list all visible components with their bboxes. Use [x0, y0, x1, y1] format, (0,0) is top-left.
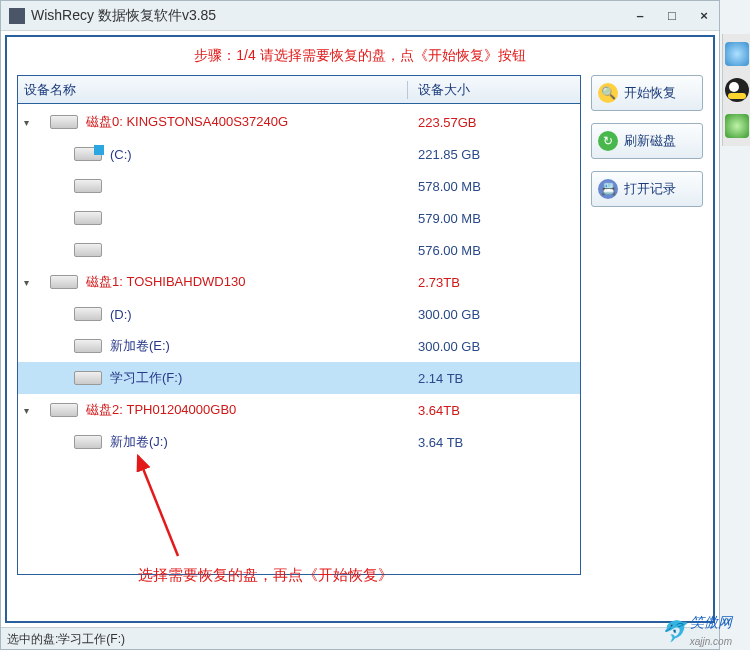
- close-button[interactable]: ×: [697, 9, 711, 23]
- device-tree: ▾ 磁盘0: KINGSTONSA400S37240G 223.57GB (C:…: [18, 104, 580, 460]
- svg-line-0: [138, 456, 178, 556]
- refresh-disks-button[interactable]: ↻ 刷新磁盘: [591, 123, 703, 159]
- app-window: WishRecy 数据恢复软件v3.85 – □ × 步骤：1/4 请选择需要恢…: [0, 0, 720, 650]
- app-icon: [9, 8, 25, 24]
- partition-size: 221.85 GB: [408, 147, 580, 162]
- shark-icon: 🐬: [661, 619, 686, 643]
- action-sidebar: 🔍 开始恢复 ↻ 刷新磁盘 📇 打开记录: [591, 75, 703, 575]
- partition-label: (D:): [110, 307, 132, 322]
- partition-row[interactable]: 新加卷(J:) 3.64 TB: [18, 426, 580, 458]
- start-recovery-button[interactable]: 🔍 开始恢复: [591, 75, 703, 111]
- button-label: 开始恢复: [624, 84, 676, 102]
- partition-icon: [74, 243, 102, 257]
- maximize-button[interactable]: □: [665, 9, 679, 23]
- partition-icon: [74, 435, 102, 449]
- content-row: 设备名称 设备大小 ▾ 磁盘0: KINGSTONSA400S37240G 22…: [7, 75, 713, 575]
- partition-row-selected[interactable]: 学习工作(F:) 2.14 TB: [18, 362, 580, 394]
- disk-icon: [50, 403, 78, 417]
- log-icon: 📇: [598, 179, 618, 199]
- partition-icon: [74, 147, 102, 161]
- partition-size: 3.64 TB: [408, 435, 580, 450]
- partition-label: 新加卷(J:): [110, 433, 168, 451]
- partition-label: 学习工作(F:): [110, 369, 182, 387]
- right-dock: [722, 34, 750, 146]
- partition-size: 300.00 GB: [408, 307, 580, 322]
- watermark-domain: xajjn.com: [690, 636, 732, 647]
- partition-row[interactable]: 576.00 MB: [18, 234, 580, 266]
- disk-row[interactable]: ▾ 磁盘0: KINGSTONSA400S37240G 223.57GB: [18, 106, 580, 138]
- partition-icon: [74, 307, 102, 321]
- step-banner: 步骤：1/4 请选择需要恢复的盘，点《开始恢复》按钮: [7, 37, 713, 75]
- window-title: WishRecy 数据恢复软件v3.85: [31, 7, 633, 25]
- disk-label: 磁盘1: TOSHIBAHDWD130: [86, 273, 245, 291]
- disk-size: 2.73TB: [408, 275, 580, 290]
- partition-row[interactable]: 578.00 MB: [18, 170, 580, 202]
- disk-row[interactable]: ▾ 磁盘1: TOSHIBAHDWD130 2.73TB: [18, 266, 580, 298]
- disk-icon: [50, 115, 78, 129]
- partition-icon: [74, 339, 102, 353]
- annotation-arrow-icon: [128, 446, 228, 566]
- disk-size: 3.64TB: [408, 403, 580, 418]
- partition-size: 300.00 GB: [408, 339, 580, 354]
- chevron-down-icon[interactable]: ▾: [18, 405, 34, 416]
- partition-size: 2.14 TB: [408, 371, 580, 386]
- window-controls: – □ ×: [633, 9, 711, 23]
- partition-size: 579.00 MB: [408, 211, 580, 226]
- chevron-down-icon[interactable]: ▾: [18, 277, 34, 288]
- status-selected-disk: 选中的盘:学习工作(F:): [7, 631, 125, 646]
- main-area: 步骤：1/4 请选择需要恢复的盘，点《开始恢复》按钮 设备名称 设备大小 ▾ 磁…: [5, 35, 715, 623]
- open-log-button[interactable]: 📇 打开记录: [591, 171, 703, 207]
- refresh-icon: ↻: [598, 131, 618, 151]
- column-header-size[interactable]: 设备大小: [408, 81, 580, 99]
- device-list-header: 设备名称 设备大小: [18, 76, 580, 104]
- disk-size: 223.57GB: [408, 115, 580, 130]
- partition-row[interactable]: 新加卷(E:) 300.00 GB: [18, 330, 580, 362]
- button-label: 打开记录: [624, 180, 676, 198]
- dock-qq-icon[interactable]: [725, 78, 749, 102]
- button-label: 刷新磁盘: [624, 132, 676, 150]
- search-icon: 🔍: [598, 83, 618, 103]
- column-header-name[interactable]: 设备名称: [18, 81, 408, 99]
- partition-size: 578.00 MB: [408, 179, 580, 194]
- annotation-text: 选择需要恢复的盘，再点《开始恢复》: [138, 566, 393, 585]
- partition-label: (C:): [110, 147, 132, 162]
- disk-row[interactable]: ▾ 磁盘2: TPH01204000GB0 3.64TB: [18, 394, 580, 426]
- disk-label: 磁盘2: TPH01204000GB0: [86, 401, 236, 419]
- partition-icon: [74, 371, 102, 385]
- partition-label: 新加卷(E:): [110, 337, 170, 355]
- device-list-panel: 设备名称 设备大小 ▾ 磁盘0: KINGSTONSA400S37240G 22…: [17, 75, 581, 575]
- disk-icon: [50, 275, 78, 289]
- watermark: 🐬 笑傲网 xajjn.com: [661, 614, 732, 648]
- watermark-brand: 笑傲网: [690, 614, 732, 630]
- chevron-down-icon[interactable]: ▾: [18, 117, 34, 128]
- dock-help-icon[interactable]: [725, 114, 749, 138]
- partition-row[interactable]: (D:) 300.00 GB: [18, 298, 580, 330]
- partition-row[interactable]: 579.00 MB: [18, 202, 580, 234]
- status-bar: 选中的盘:学习工作(F:): [1, 627, 719, 649]
- titlebar[interactable]: WishRecy 数据恢复软件v3.85 – □ ×: [1, 1, 719, 31]
- partition-icon: [74, 179, 102, 193]
- disk-label: 磁盘0: KINGSTONSA400S37240G: [86, 113, 288, 131]
- dock-display-icon[interactable]: [725, 42, 749, 66]
- minimize-button[interactable]: –: [633, 9, 647, 23]
- partition-row[interactable]: (C:) 221.85 GB: [18, 138, 580, 170]
- partition-size: 576.00 MB: [408, 243, 580, 258]
- partition-icon: [74, 211, 102, 225]
